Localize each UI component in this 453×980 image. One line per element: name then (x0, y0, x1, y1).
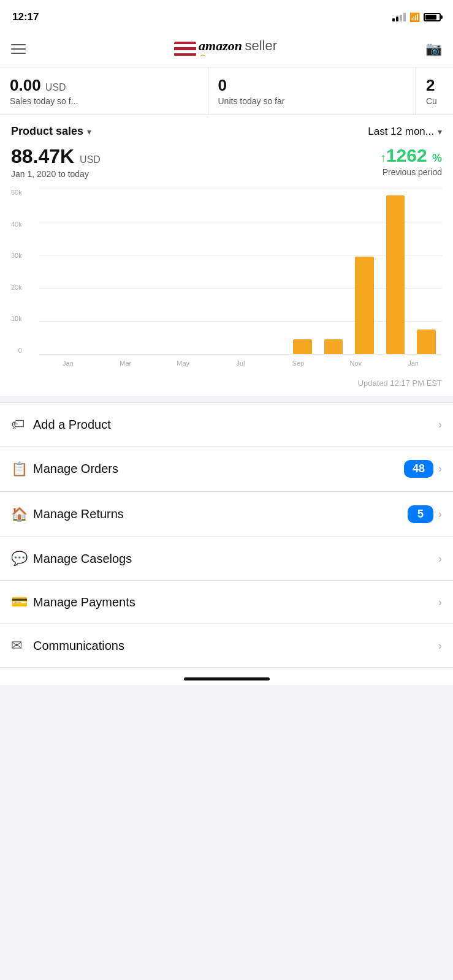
units-label: Units today so far (218, 96, 406, 106)
communications-chevron-icon: › (438, 639, 442, 652)
status-time: 12:17 (12, 11, 39, 23)
wifi-icon: 📶 (409, 12, 420, 22)
camera-icon[interactable]: 📷 (425, 41, 442, 57)
menu-item-manage-caselogs[interactable]: 💬 Manage Caselogs › (0, 537, 453, 581)
manage-caselogs-icon: 💬 (11, 551, 33, 567)
home-indicator (0, 668, 453, 685)
sales-value: 0.00 USD (10, 76, 198, 95)
communications-icon: ✉ (11, 638, 33, 654)
menu-item-manage-orders[interactable]: 📋 Manage Orders 48 › (0, 447, 453, 492)
extra-label: Cu (426, 96, 443, 106)
menu-item-communications[interactable]: ✉ Communications › (0, 624, 453, 668)
chart-period: Last 12 mon... (368, 126, 434, 138)
y-axis-labels: 50k 40k 30k 20k 10k 0 (11, 189, 26, 354)
flag-icon (174, 42, 196, 56)
menu-label-manage-orders: Manage Orders (33, 462, 404, 476)
bar-oct (318, 189, 349, 354)
summary-card-sales[interactable]: 0.00 USD Sales today so f... (0, 67, 208, 115)
bar-mar (101, 189, 132, 354)
chart-change-group: ↑1262 % Previous period (380, 145, 442, 177)
menu-label-manage-returns: Manage Returns (33, 507, 408, 521)
manage-returns-badge: 5 (408, 505, 433, 523)
chart-change-value: ↑1262 % (380, 145, 442, 166)
bar-aug (256, 189, 287, 354)
manage-orders-icon: 📋 (11, 461, 33, 477)
summary-cards: 0.00 USD Sales today so f... 0 Units tod… (0, 67, 453, 115)
bar-apr (132, 189, 164, 354)
bar-chart: 50k 40k 30k 20k 10k 0 (11, 189, 442, 372)
manage-payments-icon: 💳 (11, 594, 33, 610)
bar-feb (70, 189, 102, 354)
nav-center: amazon seller ⌢ (174, 39, 277, 59)
summary-card-units[interactable]: 0 Units today so far (208, 67, 417, 115)
manage-payments-chevron-icon: › (438, 596, 442, 609)
sales-label: Sales today so f... (10, 96, 198, 106)
menu-label-add-product: Add a Product (33, 418, 438, 432)
chart-title-dropdown-icon: ▾ (87, 127, 91, 137)
hamburger-menu-button[interactable] (11, 44, 26, 54)
manage-caselogs-chevron-icon: › (438, 552, 442, 565)
chart-header: Product sales ▾ Last 12 mon... ▾ (11, 125, 442, 138)
bar-jan (39, 189, 70, 354)
menu-item-manage-returns[interactable]: 🏠 Manage Returns 5 › (0, 492, 453, 537)
x-axis: Jan Mar May Jul Sep Nov Jan (39, 354, 442, 372)
menu-item-add-product[interactable]: 🏷 Add a Product › (0, 402, 453, 447)
bar-jun (194, 189, 226, 354)
chart-date-range: Jan 1, 2020 to today (11, 169, 101, 179)
chart-period-dropdown-icon: ▾ (438, 127, 442, 137)
chart-change-label: Previous period (380, 167, 442, 177)
units-value: 0 (218, 76, 406, 95)
amazon-logo: amazon seller ⌢ (199, 39, 277, 59)
signal-bars-icon (392, 13, 406, 21)
extra-value: 2 (426, 76, 443, 95)
add-product-chevron-icon: › (438, 418, 442, 431)
update-text: Updated 12:17 PM EST (11, 372, 442, 396)
menu-section: 🏷 Add a Product › 📋 Manage Orders 48 › 🏠… (0, 402, 453, 668)
bar-jan-next (411, 189, 442, 354)
bar-sep (287, 189, 318, 354)
menu-label-communications: Communications (33, 639, 438, 653)
chart-main-value: 88.47K USD (11, 145, 101, 168)
chart-stats: 88.47K USD Jan 1, 2020 to today ↑1262 % … (11, 145, 442, 179)
battery-icon (424, 13, 441, 21)
bar-nov (349, 189, 380, 354)
chart-value-group: 88.47K USD Jan 1, 2020 to today (11, 145, 101, 179)
status-bar: 12:17 📶 (0, 0, 453, 31)
manage-returns-icon: 🏠 (11, 507, 33, 522)
chart-section: Product sales ▾ Last 12 mon... ▾ 88.47K … (0, 115, 453, 396)
bar-dec (380, 189, 411, 354)
amazon-smile-icon: ⌢ (200, 50, 277, 59)
chart-title: Product sales (11, 125, 83, 138)
home-bar (184, 677, 270, 680)
nav-bar: amazon seller ⌢ 📷 (0, 31, 453, 67)
add-product-icon: 🏷 (11, 417, 33, 432)
chart-period-group[interactable]: Last 12 mon... ▾ (368, 126, 442, 138)
manage-orders-chevron-icon: › (438, 462, 442, 475)
manage-returns-chevron-icon: › (438, 508, 442, 521)
status-icons: 📶 (392, 12, 441, 22)
bar-may (163, 189, 194, 354)
menu-label-manage-caselogs: Manage Caselogs (33, 552, 438, 566)
bars-area (39, 189, 442, 354)
bar-jul (225, 189, 256, 354)
chart-title-group[interactable]: Product sales ▾ (11, 125, 91, 138)
summary-card-extra[interactable]: 2 Cu (416, 67, 453, 115)
menu-item-manage-payments[interactable]: 💳 Manage Payments › (0, 581, 453, 624)
menu-label-manage-payments: Manage Payments (33, 595, 438, 609)
manage-orders-badge: 48 (404, 460, 433, 478)
